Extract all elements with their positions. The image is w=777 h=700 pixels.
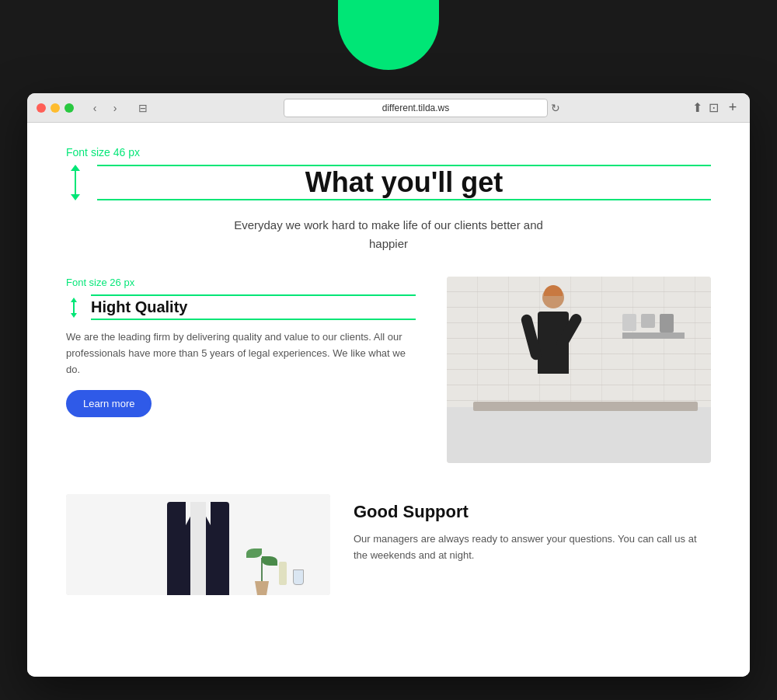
- learn-more-button[interactable]: Learn more: [66, 390, 152, 417]
- traffic-lights: [37, 103, 74, 113]
- feature2-image-container: [66, 494, 330, 595]
- clone-button[interactable]: ⊡: [709, 100, 719, 115]
- font-size-annotation-large: Font size 46 px: [66, 146, 711, 158]
- shelf-item-1: [622, 314, 636, 331]
- description-text: Everyday we work hard to make life of ou…: [225, 216, 552, 253]
- shelf-items: [622, 314, 674, 333]
- table: [473, 402, 698, 411]
- font-size-annotation-small: Font size 26 px: [66, 277, 416, 288]
- heading-line-bottom: [97, 199, 711, 200]
- shelf-item-2: [641, 314, 655, 328]
- arrow-down: [71, 194, 80, 200]
- close-button[interactable]: [37, 103, 46, 113]
- minimize-button[interactable]: [51, 103, 60, 113]
- sub-heading-text-block: Hight Quality: [91, 294, 416, 320]
- feature1-text: We are the leading firm by delivering qu…: [66, 329, 416, 378]
- heading-section: What you'll get: [66, 165, 711, 200]
- toolbar-right: ⬆ ⊡: [692, 100, 719, 115]
- person-figure: [526, 287, 580, 411]
- workspace-scene: [447, 277, 711, 463]
- person-body: [538, 312, 569, 374]
- shelf-item-3: [660, 314, 674, 333]
- feature-left: Font size 26 px Hight Quality We are the…: [66, 277, 423, 463]
- arrow-up: [71, 165, 80, 171]
- address-bar: ↻: [158, 99, 686, 117]
- feature2-image: [66, 494, 330, 595]
- feature2-text-block: Good Support Our managers are always rea…: [354, 494, 711, 595]
- maximize-button[interactable]: [64, 103, 74, 113]
- wall-shelf: [622, 333, 685, 339]
- nav-buttons: ‹ ›: [86, 99, 124, 117]
- plant-leaf-left: [246, 549, 262, 558]
- feature2-heading: Good Support: [354, 502, 711, 522]
- feature1-image: [447, 277, 711, 463]
- sub-vertical-arrow: [66, 298, 82, 318]
- browser-window: ‹ › ⊟ ↻ ⬆ ⊡ + Font size 46 px: [27, 93, 750, 677]
- vertical-arrow-indicator: [66, 165, 85, 200]
- plant-leaf-right: [262, 556, 277, 566]
- plant: [246, 558, 277, 595]
- suit-body: [167, 502, 229, 595]
- green-blob-decoration: [338, 0, 439, 70]
- share-button[interactable]: ⬆: [692, 100, 702, 115]
- glass: [293, 569, 304, 585]
- refresh-button[interactable]: ↻: [551, 102, 560, 114]
- table-items: [279, 562, 304, 585]
- sub-arrow-down: [71, 313, 77, 318]
- person-arm-right: [555, 312, 584, 350]
- floor: [447, 407, 711, 463]
- forward-button[interactable]: ›: [106, 99, 124, 117]
- url-input[interactable]: [284, 99, 548, 117]
- sidebar-button[interactable]: ⊟: [134, 99, 152, 117]
- suit-person: [167, 502, 229, 595]
- new-tab-button[interactable]: +: [725, 100, 740, 116]
- feature1-image-container: [447, 277, 711, 463]
- feature2-text: Our managers are always ready to answer …: [354, 531, 711, 564]
- feature1-heading: Hight Quality: [91, 298, 416, 316]
- browser-titlebar: ‹ › ⊟ ↻ ⬆ ⊡ +: [27, 93, 750, 123]
- sub-heading-line-top: [91, 294, 416, 296]
- bottom-section: Good Support Our managers are always rea…: [66, 494, 711, 595]
- arrow-line: [75, 171, 76, 194]
- person-head: [542, 287, 564, 308]
- suit-shirt: [190, 502, 206, 595]
- suit-scene: [66, 494, 330, 595]
- main-heading-block: What you'll get: [97, 165, 711, 200]
- main-heading: What you'll get: [97, 166, 711, 199]
- back-button[interactable]: ‹: [86, 99, 103, 117]
- page-content: Font size 46 px What you'll get Everyday…: [27, 123, 750, 677]
- sub-arrow-middle: [73, 302, 75, 313]
- plant-pot: [254, 581, 270, 595]
- sub-heading-line-bottom: [91, 319, 416, 320]
- candle: [279, 562, 287, 585]
- feature-section: Font size 26 px Hight Quality We are the…: [66, 277, 711, 463]
- sub-heading-row: Hight Quality: [66, 294, 416, 320]
